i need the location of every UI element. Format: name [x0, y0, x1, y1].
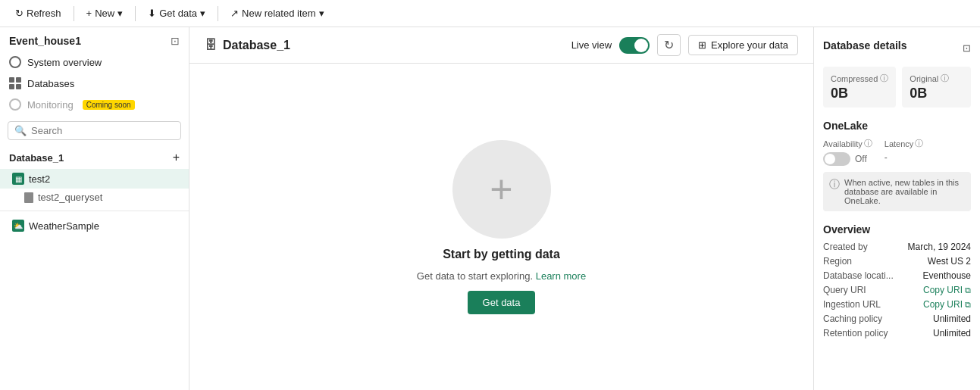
coming-soon-badge: Coming soon — [83, 100, 135, 110]
overview-section: Overview Created byMarch, 19 2024RegionW… — [823, 223, 971, 339]
overview-row-0: Created byMarch, 19 2024 — [823, 242, 971, 252]
sidebar-tree-item-test2-label: test2 — [29, 173, 50, 185]
explore-data-button[interactable]: ⊞ Explore your data — [688, 35, 798, 55]
sidebar-item-system-overview[interactable]: System overview — [0, 51, 189, 73]
new-related-icon: ↗ — [230, 8, 239, 19]
availability-toggle[interactable] — [823, 152, 850, 166]
overview-val-0: March, 19 2024 — [908, 242, 971, 252]
chevron-down-icon2: ▾ — [200, 8, 205, 19]
sidebar-tree-child-queryset[interactable]: test2_queryset — [0, 189, 189, 206]
databases-icon — [9, 77, 21, 89]
sidebar-databases-label: Databases — [27, 78, 74, 89]
content-title-group: 🗄 Database_1 — [205, 39, 290, 52]
overview-row-1: RegionWest US 2 — [823, 256, 971, 267]
onelake-latency: Latency ⓘ - — [885, 138, 924, 163]
overview-row-4: Ingestion URLCopy URI ⧉ — [823, 299, 971, 310]
sidebar: Event_house1 ⊡ System overview Databases… — [0, 27, 189, 390]
new-label: New — [95, 8, 114, 19]
overview-val-2: Eventhouse — [923, 270, 971, 281]
latency-value: - — [885, 152, 924, 163]
search-icon: 🔍 — [14, 125, 27, 136]
page-title: Database_1 — [223, 39, 290, 52]
refresh-icon-button[interactable]: ↻ — [657, 34, 681, 56]
search-input[interactable] — [31, 125, 174, 136]
sidebar-divider — [0, 211, 189, 211]
overview-key-6: Retention policy — [823, 328, 888, 339]
get-data-label: Get data — [159, 8, 197, 19]
toolbar-separator2 — [135, 6, 136, 21]
overview-row-5: Caching policyUnlimited — [823, 314, 971, 324]
sidebar-search[interactable]: 🔍 — [8, 121, 181, 140]
get-data-button[interactable]: ⬇ Get data ▾ — [142, 5, 211, 22]
sidebar-expand-button[interactable]: ⊡ — [171, 35, 180, 47]
new-button[interactable]: + New ▾ — [80, 5, 130, 22]
refresh-label: Refresh — [27, 8, 61, 19]
refresh-icon: ↻ — [15, 8, 23, 19]
info-icon-latency: ⓘ — [915, 138, 923, 149]
chevron-down-icon3: ▾ — [319, 8, 324, 19]
queryset-icon — [24, 192, 33, 203]
live-view-toggle[interactable] — [619, 37, 650, 54]
onelake-info-box: ⓘ When active, new tables in this databa… — [823, 172, 971, 211]
sidebar-add-button[interactable]: + — [173, 151, 180, 164]
info-icon-compressed: ⓘ — [880, 73, 888, 84]
overview-key-1: Region — [823, 256, 852, 267]
database-icon: 🗄 — [205, 39, 217, 52]
sidebar-db-header: Database_1 + — [0, 146, 189, 169]
onelake-row: Availability ⓘ Off Latency ⓘ - — [823, 138, 971, 166]
overview-val-5: Unlimited — [933, 314, 971, 324]
overview-key-4: Ingestion URL — [823, 299, 881, 310]
info-icon-original: ⓘ — [941, 73, 949, 84]
table-icon: ▦ — [12, 173, 24, 185]
expand-icon[interactable]: ⊡ — [963, 42, 971, 54]
sidebar-item-monitoring: Monitoring Coming soon — [0, 94, 189, 115]
plus-circle-icon: + — [490, 167, 512, 212]
chevron-down-icon: ▾ — [117, 8, 123, 19]
original-label: Original ⓘ — [910, 73, 963, 84]
onelake-availability: Availability ⓘ Off — [823, 138, 872, 166]
onelake-info-text: When active, new tables in this database… — [844, 178, 965, 205]
learn-more-link[interactable]: Learn more — [536, 270, 586, 282]
get-data-icon: ⬇ — [148, 8, 156, 19]
empty-state-circle: + — [452, 140, 551, 239]
overview-row-2: Database locati...Eventhouse — [823, 270, 971, 281]
overview-rows: Created byMarch, 19 2024RegionWest US 2D… — [823, 242, 971, 339]
overview-title: Overview — [823, 223, 971, 236]
db-details-title: Database details — [823, 39, 907, 51]
new-related-button[interactable]: ↗ New related item ▾ — [224, 5, 330, 22]
overview-key-0: Created by — [823, 242, 868, 252]
sidebar-db-name: Database_1 — [9, 152, 64, 164]
off-label: Off — [855, 154, 867, 164]
plus-icon: + — [86, 8, 92, 19]
overview-val-3[interactable]: Copy URI ⧉ — [923, 285, 971, 295]
copy-icon: ⧉ — [965, 285, 971, 295]
compressed-value: 0B — [831, 86, 888, 101]
toolbar-separator3 — [218, 6, 218, 21]
empty-state-title: Start by getting data — [443, 248, 560, 261]
weather-icon: ⛅ — [12, 220, 24, 232]
refresh-button[interactable]: ↻ Refresh — [9, 5, 67, 22]
stats-row: Compressed ⓘ 0B Original ⓘ 0B — [823, 67, 971, 108]
sidebar-monitoring-label: Monitoring — [27, 99, 74, 111]
sidebar-tree-item-test2[interactable]: ▦ test2 — [0, 169, 189, 189]
overview-key-3: Query URI — [823, 285, 866, 295]
compressed-label: Compressed ⓘ — [831, 73, 888, 84]
original-value: 0B — [910, 86, 963, 101]
overview-val-4[interactable]: Copy URI ⧉ — [923, 299, 971, 310]
monitoring-icon — [9, 98, 21, 111]
content-actions: Live view ↻ ⊞ Explore your data — [571, 34, 798, 56]
overview-key-5: Caching policy — [823, 314, 882, 324]
empty-state: + Start by getting data Get data to star… — [189, 64, 813, 390]
new-related-label: New related item — [242, 8, 316, 19]
empty-subtitle-text: Get data to start exploring. — [417, 270, 533, 282]
get-data-button-main[interactable]: Get data — [468, 291, 536, 314]
live-view-label: Live view — [571, 39, 612, 51]
content-area: 🗄 Database_1 Live view ↻ ⊞ Explore your … — [189, 27, 813, 390]
sidebar-item-weather-sample[interactable]: ⛅ WeatherSample — [0, 216, 189, 236]
copy-icon: ⧉ — [965, 300, 971, 310]
compressed-stat: Compressed ⓘ 0B — [823, 67, 896, 108]
overview-row-3: Query URICopy URI ⧉ — [823, 285, 971, 295]
info-icon-avail: ⓘ — [864, 138, 872, 149]
eventhouse-title: Event_house1 — [9, 35, 81, 47]
sidebar-item-databases[interactable]: Databases — [0, 73, 189, 94]
